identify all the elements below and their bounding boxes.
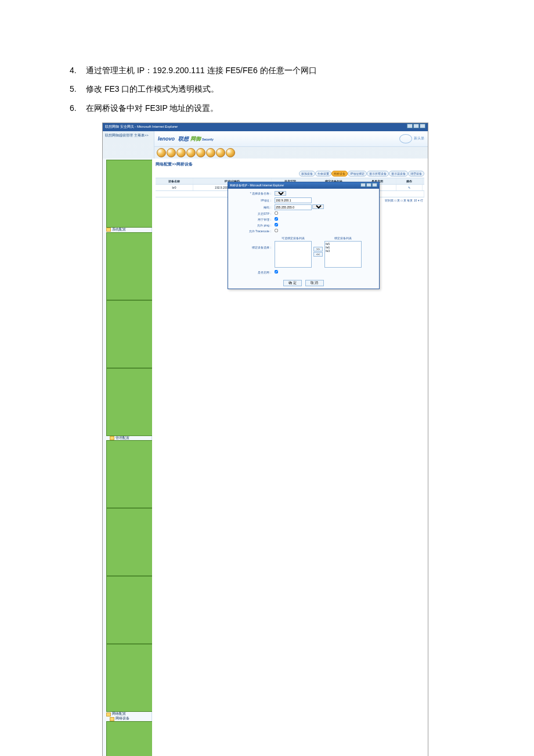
checkbox-enable[interactable] bbox=[275, 270, 278, 273]
checkbox-traceroute[interactable] bbox=[275, 229, 278, 232]
logo-cn: 联想 网御 Security bbox=[178, 135, 214, 143]
checkbox-stp[interactable] bbox=[275, 211, 278, 215]
label-mask: 掩码： bbox=[232, 205, 275, 210]
tree-item[interactable]: 物理网络设备 bbox=[104, 721, 150, 756]
checkbox-mgmt[interactable] bbox=[275, 217, 278, 221]
cell-name: br0 bbox=[156, 185, 193, 190]
window-buttons[interactable] bbox=[406, 124, 425, 131]
linkbar-item[interactable]: 显示所有设备 bbox=[367, 171, 389, 177]
linkbar-item[interactable]: IP地址绑定 bbox=[348, 171, 367, 177]
listbox-bound[interactable]: fe5fe6fe3 bbox=[324, 241, 362, 268]
logo-lenovo: lenovo bbox=[158, 135, 175, 143]
label-enable: 是否启用： bbox=[232, 270, 275, 275]
label-ip: IP地址： bbox=[232, 198, 275, 203]
toolbar-button[interactable] bbox=[196, 148, 205, 157]
nav-tree: 首页系统配置日期时间系统参数邮件设置管理配置管理主机管理员账号管理员证书集中管理… bbox=[103, 159, 152, 756]
input-mask[interactable] bbox=[275, 204, 312, 210]
folder-icon bbox=[106, 712, 111, 717]
breadcrumb: 网络配置>>网桥设备 bbox=[156, 161, 424, 167]
label-stp: 开启STP： bbox=[232, 211, 275, 216]
col-name: 设备名称 bbox=[156, 178, 193, 184]
step-text: 在网桥设备中对 FE3IP 地址的设置。 bbox=[86, 102, 464, 114]
dual-left-title: 可选绑定设备列表 bbox=[275, 236, 312, 240]
modal-titlebar: 网桥设备维护 - Microsoft Internet Explorer bbox=[228, 182, 379, 189]
linkbar-item[interactable]: 生效设置 bbox=[315, 171, 331, 177]
label-ping: 允许 ping： bbox=[232, 223, 275, 228]
tree-item-label: 网络设备 bbox=[116, 717, 129, 721]
modal-bridge-edit: 网桥设备维护 - Microsoft Internet Explorer * 选… bbox=[228, 182, 380, 289]
cell-ops[interactable]: ✎ bbox=[396, 185, 423, 190]
step-num: 4. bbox=[70, 64, 86, 77]
toolbar-button[interactable] bbox=[167, 148, 176, 157]
select-device[interactable] bbox=[275, 191, 286, 196]
nav-panel-label: 联想网御超级管理 主菜单>> bbox=[103, 131, 154, 159]
folder-icon bbox=[110, 717, 114, 721]
tree-item[interactable]: 首页 bbox=[104, 160, 150, 228]
tree-item[interactable]: 邮件设置 bbox=[104, 368, 150, 436]
toolbar-button[interactable] bbox=[176, 148, 186, 157]
linkbar-item[interactable]: 清空设备 bbox=[408, 171, 424, 177]
tree-item[interactable]: 系统参数 bbox=[104, 300, 150, 368]
list-item[interactable]: fe3 bbox=[326, 249, 360, 253]
input-ip[interactable] bbox=[275, 197, 312, 203]
move-left-button[interactable]: << bbox=[313, 252, 323, 257]
col-ops: 操作 bbox=[396, 178, 423, 184]
tree-item[interactable]: 网络设备 bbox=[104, 717, 150, 721]
action-linkbar: 添加设备生效设置网桥设备IP地址绑定显示所有设备显示该设备清空设备 bbox=[156, 171, 424, 177]
window-titlebar: 联想网御 安全网关 - Microsoft Internet Explorer bbox=[103, 123, 428, 131]
brand-banner: lenovo 联想 网御 Security 新头堡 bbox=[154, 131, 428, 147]
tree-item[interactable]: 集中管理 bbox=[104, 644, 150, 712]
label-select-device: * 选择设备名称： bbox=[232, 191, 275, 196]
tree-item[interactable]: 管理主机 bbox=[104, 440, 150, 508]
embedded-screenshot: 联想网御 安全网关 - Microsoft Internet Explorer … bbox=[102, 123, 428, 756]
ok-button[interactable]: 确 定 bbox=[283, 280, 302, 286]
linkbar-item[interactable]: 网桥设备 bbox=[331, 171, 348, 177]
step-text: 修改 FE3 口的工作模式为透明模式。 bbox=[86, 82, 464, 95]
swirl-logo: 新头堡 bbox=[399, 134, 424, 143]
toolbar-button[interactable] bbox=[186, 148, 196, 157]
step-6: 6. 在网桥设备中对 FE3IP 地址的设置。 bbox=[70, 102, 464, 114]
toolbar-button[interactable] bbox=[216, 148, 225, 157]
linkbar-item[interactable]: 添加设备 bbox=[299, 171, 315, 177]
listbox-available[interactable] bbox=[275, 241, 312, 268]
select-mask[interactable] bbox=[312, 204, 324, 209]
window-title: 联想网御 安全网关 - Microsoft Internet Explorer bbox=[105, 124, 178, 130]
checkbox-ping[interactable] bbox=[275, 223, 278, 226]
toolbar-button[interactable] bbox=[157, 148, 166, 157]
modal-window-buttons[interactable] bbox=[360, 183, 377, 188]
dual-right-title: 绑定设备列表 bbox=[324, 236, 362, 240]
label-bind-select: 绑定设备选择： bbox=[232, 235, 275, 250]
step-4: 4. 通过管理主机 IP：192.9.200.111 连接 FE5/FE6 的任… bbox=[70, 64, 464, 77]
tree-item[interactable]: 管理员证书 bbox=[104, 576, 150, 644]
main-panel: 网络配置>>网桥设备 添加设备生效设置网桥设备IP地址绑定显示所有设备显示该设备… bbox=[152, 159, 428, 756]
step-num: 6. bbox=[70, 102, 86, 114]
folder-icon bbox=[110, 436, 114, 440]
modal-title: 网桥设备维护 - Microsoft Internet Explorer bbox=[230, 183, 284, 188]
tree-item[interactable]: 系统配置 bbox=[104, 228, 150, 232]
toolbar-button[interactable] bbox=[226, 148, 235, 157]
tree-item[interactable]: 网络配置 bbox=[104, 712, 150, 717]
label-mgmt: 用于管理： bbox=[232, 217, 275, 222]
toolbar bbox=[154, 147, 428, 159]
tree-item-label: 管理配置 bbox=[116, 436, 129, 441]
tree-item[interactable]: 管理员账号 bbox=[104, 508, 150, 576]
label-traceroute: 允许 Traceroute： bbox=[232, 229, 275, 233]
cancel-button[interactable]: 取 消 bbox=[305, 280, 324, 286]
move-right-button[interactable]: >> bbox=[313, 247, 323, 251]
linkbar-item[interactable]: 显示该设备 bbox=[389, 171, 408, 177]
folder-icon bbox=[106, 228, 111, 232]
step-5: 5. 修改 FE3 口的工作模式为透明模式。 bbox=[70, 82, 464, 95]
step-text: 通过管理主机 IP：192.9.200.111 连接 FE5/FE6 的任意一个… bbox=[86, 64, 464, 77]
tree-item[interactable]: 管理配置 bbox=[104, 436, 150, 441]
tree-item-label: 系统配置 bbox=[112, 228, 126, 232]
step-num: 5. bbox=[70, 82, 86, 95]
tree-item[interactable]: 日期时间 bbox=[104, 232, 150, 300]
tree-item-label: 网络配置 bbox=[112, 712, 126, 717]
toolbar-button[interactable] bbox=[206, 148, 215, 157]
swirl-icon bbox=[399, 134, 412, 143]
